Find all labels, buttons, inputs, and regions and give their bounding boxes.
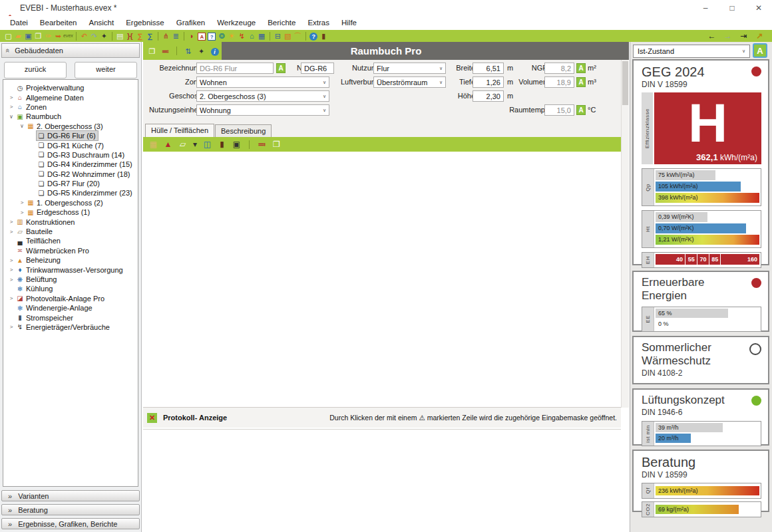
vertical-scrollbar[interactable] (621, 60, 629, 408)
assign-icon[interactable]: ≕ (257, 140, 267, 149)
question-marker-icon[interactable]: ? (207, 31, 217, 41)
paint-icon[interactable]: ◗ (187, 31, 197, 41)
door-component-icon[interactable]: ▮ (217, 140, 227, 149)
tree-item-allgemeine-daten[interactable]: >⌂Allgemeine Daten (3, 92, 138, 102)
house-energy-icon[interactable]: ⌂ (247, 31, 257, 41)
collapse-chevron-icon[interactable]: « (4, 49, 12, 53)
calculator-icon[interactable]: ▦ (257, 31, 267, 41)
flowchart-icon[interactable]: ⋔ (161, 31, 171, 41)
tab-beschreibung[interactable]: Beschreibung (215, 124, 272, 137)
auto-badge[interactable]: A (576, 63, 586, 73)
import-icon[interactable]: ✑ (43, 31, 53, 41)
copy-surface-icon[interactable]: ❐ (272, 140, 282, 149)
raumtemp-input[interactable] (544, 104, 574, 116)
maximize-button[interactable]: □ (719, 0, 745, 16)
info-icon[interactable]: i (210, 46, 220, 57)
energy-certificate-icon[interactable]: ⌒ (293, 31, 303, 41)
nutzung-select[interactable]: Flur∨ (373, 63, 446, 74)
tree-item-erdgeschoss[interactable]: >▦Erdgeschoss (1) (3, 207, 138, 217)
tree-item-dg-r7-flur[interactable]: ❏DG-R7 Flur (20) (3, 179, 138, 188)
report-document-icon[interactable]: ▤ (115, 31, 125, 41)
zone-select[interactable]: Wohnen∨ (196, 76, 329, 88)
copy-room-icon[interactable]: ❐ (147, 46, 157, 57)
tree-item-belueftung[interactable]: >❋Belüftung (3, 275, 138, 284)
exit-door-icon[interactable]: ▮ (319, 31, 329, 41)
save-component-icon[interactable]: ▣ (232, 140, 242, 149)
nr-input[interactable] (301, 63, 334, 74)
print-report-icon[interactable]: ⊟ (273, 31, 283, 41)
ngf-input[interactable] (544, 63, 574, 74)
lightning-icon[interactable]: ↯ (237, 31, 247, 41)
help-icon[interactable]: ? (309, 31, 319, 41)
breite-input[interactable] (473, 63, 504, 74)
goto-input-icon[interactable]: ⇥ (739, 31, 749, 41)
auto-badge[interactable]: A (276, 63, 286, 73)
value-list-icon[interactable]: ≣ (171, 31, 181, 41)
a-marker-icon[interactable]: A (197, 31, 207, 41)
window-component-icon[interactable]: ◫ (202, 140, 212, 149)
tree-item-trinkwarmwasser[interactable]: >♦Trinkwarmwasser-Versorgung (3, 265, 138, 274)
new-document-icon[interactable]: ▢ (3, 31, 13, 41)
auto-badge[interactable]: A (576, 77, 586, 87)
dropdown-caret-icon[interactable]: ▾ (192, 140, 198, 149)
menu-datei[interactable]: Datei (4, 16, 34, 30)
scrollbar-thumb[interactable] (622, 61, 628, 105)
colored-report-icon[interactable]: ▧ (283, 31, 293, 41)
approve-variant-button[interactable]: A (753, 43, 767, 58)
back-arrow-icon[interactable]: ← (707, 31, 717, 41)
sidebar-header[interactable]: « Gebäudedaten (1, 43, 140, 58)
close-button[interactable]: ✕ (745, 0, 772, 16)
volumen-input[interactable] (544, 76, 574, 88)
variant-select[interactable]: Ist-Zustand ∨ (633, 45, 750, 58)
tree-item-projektverwaltung[interactable]: ◷Projektverwaltung (3, 83, 138, 92)
redo-icon[interactable]: ↷ (89, 31, 99, 41)
tree-item-dg-r2-wohnzimmer[interactable]: ❏DG-R2 Wohnzimmer (18) (3, 170, 138, 179)
roof-component-icon[interactable]: ▲ (163, 140, 173, 149)
tree-item-zonen[interactable]: >⌂Zonen (3, 102, 138, 112)
back-button[interactable]: zurück (4, 62, 67, 78)
undo-icon[interactable]: ↶ (79, 31, 89, 41)
magic-wand-icon[interactable]: ✦ (196, 46, 206, 57)
section-brackets-icon[interactable]: }{ (125, 31, 135, 41)
menu-hilfe[interactable]: Hilfe (335, 16, 363, 30)
geschoss-select[interactable]: 2. Obergeschoss (3)∨ (196, 90, 329, 102)
menu-bearbeiten[interactable]: Bearbeiten (34, 16, 83, 30)
tree-item-og2[interactable]: ∨▦2. Obergeschoss (3) (3, 122, 138, 131)
panel-ergebnisse[interactable]: »Ergebnisse, Grafiken, Berichte (1, 518, 140, 529)
next-button[interactable]: weiter (75, 62, 137, 78)
menu-ergebnisse[interactable]: Ergebnisse (120, 16, 170, 30)
menu-berichte[interactable]: Berichte (262, 16, 301, 30)
tree-item-raumbuch[interactable]: ∨▣Raumbuch (3, 112, 138, 121)
bezeichnung-input[interactable] (196, 63, 274, 74)
tree-item-teilflaechen[interactable]: ▄Teilflächen (3, 236, 138, 245)
copy-icon[interactable]: ❐ (33, 31, 43, 41)
hoehe-input[interactable] (473, 90, 504, 102)
tree-item-beheizung[interactable]: >▲Beheizung (3, 255, 138, 265)
component-folder-icon[interactable]: ▱ (178, 140, 188, 149)
tree-item-bauteile[interactable]: >▱Bauteile (3, 227, 138, 236)
protocol-close-icon[interactable]: ✕ (147, 413, 157, 423)
tree-item-kuehlung[interactable]: ❄Kühlung (3, 284, 138, 293)
assign-icon[interactable]: ≕ (160, 46, 170, 57)
panel-varianten[interactable]: »Varianten (1, 490, 140, 501)
menu-werkzeuge[interactable]: Werkzeuge (211, 16, 262, 30)
tree-item-dg-r1-kueche[interactable]: ❏DG-R1 Küche (7) (3, 140, 138, 150)
tree-item-stromspeicher[interactable]: ▮Stromspeicher (3, 313, 138, 322)
sort-edit-icon[interactable]: ⇅ (183, 46, 193, 57)
tree-item-og1[interactable]: >▦1. Obergeschoss (2) (3, 198, 138, 207)
save-icon[interactable]: ▣ (23, 31, 33, 41)
tree-item-windenergie[interactable]: ❃Windenergie-Anlage (3, 303, 138, 313)
forward-arrow-icon[interactable]: → (723, 31, 733, 41)
wall-component-icon[interactable]: ▦ (148, 140, 158, 149)
tree-item-konstruktionen[interactable]: >▥Konstruktionen (3, 217, 138, 226)
tree-item-dg-r4-kinderzimmer[interactable]: ❏DG-R4 Kinderzimmer (15) (3, 160, 138, 169)
tree-item-dg-r3-duschraum[interactable]: ❏DG-R3 Duschraum (14) (3, 150, 138, 160)
tree-item-photovoltaik[interactable]: >◪Photovoltaik-Anlage Pro (3, 294, 138, 303)
tree-item-waermebruecken[interactable]: ≍Wärmebrücken Pro (3, 246, 138, 255)
tree-item-dg-r5-kinderzimmer[interactable]: ❏DG-R5 Kinderzimmer (23) (3, 188, 138, 198)
tab-huelle-teilflaechen[interactable]: Hülle / Teilflächen (145, 124, 214, 137)
luftverbund-select[interactable]: Überströmraum∨ (373, 76, 446, 88)
magic-wand-icon[interactable]: ✦ (99, 31, 109, 41)
menu-extras[interactable]: Extras (301, 16, 335, 30)
tree-item-energietraeger[interactable]: >↯Energieträger/Verbräuche (3, 323, 138, 332)
